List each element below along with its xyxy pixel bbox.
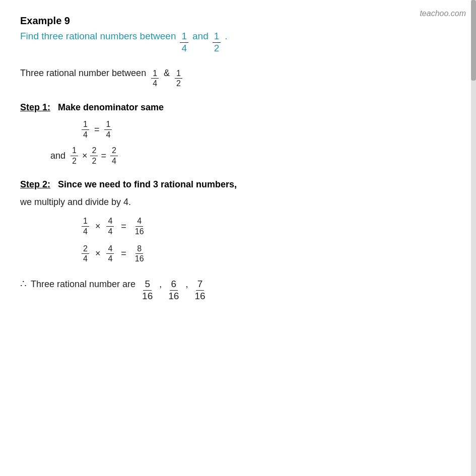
- step1-eq1-rhs-den: 4: [104, 130, 112, 140]
- therefore-symbol: ∴: [20, 278, 27, 290]
- question-frac2-num: 1: [213, 31, 221, 43]
- conclusion-line: ∴ Three rational number are 5 16 , 6 16 …: [20, 278, 456, 302]
- step2-eq1-times-den: 4: [106, 227, 114, 236]
- step1-section: Step 1: Make denominator same 1 4 = 1 4 …: [20, 102, 456, 165]
- step1-eq2-rhs: 2 4: [110, 146, 118, 165]
- intro-text: Three rational number between: [20, 68, 146, 79]
- step2-section: Step 2: Since we need to find 3 rational…: [20, 179, 456, 263]
- conclusion-frac1-den: 16: [141, 291, 154, 302]
- page-container: teachoo.com Example 9 Find three rationa…: [0, 0, 476, 476]
- intro-frac2-num: 1: [175, 69, 182, 79]
- step1-eq1-equals: =: [94, 124, 100, 135]
- step2-eq1: 1 4 × 4 4 = 4 16: [81, 217, 456, 236]
- step1-eq1-lhs-den: 4: [82, 130, 89, 140]
- scrollbar[interactable]: [471, 0, 476, 476]
- step2-eq1-times: ×: [95, 221, 101, 232]
- intro-frac2: 1 2: [175, 69, 182, 88]
- step1-times: ×: [82, 151, 88, 161]
- intro-frac2-den: 2: [175, 79, 182, 88]
- step2-description2: we multiply and divide by 4.: [20, 197, 456, 208]
- question-frac1-den: 4: [180, 43, 188, 54]
- step1-description: Make denominator same: [58, 102, 164, 112]
- conclusion-text: Three rational number are: [31, 279, 135, 290]
- step2-eq2-rhs: 8 16: [133, 244, 146, 263]
- step2-eq1-lhs-num: 1: [82, 217, 89, 227]
- step2-eq2-equals: =: [121, 248, 126, 259]
- question-frac2-den: 2: [213, 43, 221, 54]
- example-title: Example 9: [20, 15, 456, 27]
- step1-eq2-times-frac: 2 2: [90, 146, 98, 165]
- step2-eq2-times-num: 4: [106, 244, 114, 254]
- conclusion-frac2-den: 16: [167, 291, 180, 302]
- intro-frac1: 1 4: [151, 69, 159, 88]
- step2-eq2-times-frac: 4 4: [106, 244, 114, 263]
- scrollbar-thumb[interactable]: [471, 0, 476, 81]
- step2-eq1-rhs-den: 16: [133, 227, 146, 236]
- intro-line: Three rational number between 1 4 & 1 2: [20, 68, 456, 88]
- conclusion-frac1: 5 16: [141, 279, 154, 302]
- step1-eq2-lhs-den: 2: [71, 156, 78, 166]
- step1-eq1-rhs: 1 4: [104, 120, 112, 139]
- question-frac2: 1 2: [213, 31, 221, 54]
- step1-eq2-times-num: 2: [90, 146, 98, 156]
- conclusion-frac1-num: 5: [143, 279, 152, 291]
- step2-eq1-lhs: 1 4: [82, 217, 89, 236]
- conclusion-frac3: 7 16: [193, 279, 207, 302]
- step1-eq1-rhs-num: 1: [104, 120, 112, 130]
- step1-eq1-lhs-num: 1: [82, 120, 89, 130]
- step2-eq2-times-den: 4: [106, 254, 114, 263]
- step1-and-label: and: [50, 151, 65, 161]
- step2-eq2-lhs-num: 2: [82, 244, 89, 254]
- question-and: and: [192, 31, 209, 42]
- step2-description1: Since we need to find 3 rational numbers…: [58, 179, 237, 189]
- step2-label: Step 2:: [20, 179, 50, 189]
- step2-header: Step 2: Since we need to find 3 rational…: [20, 179, 456, 190]
- step2-eq1-lhs-den: 4: [82, 227, 89, 236]
- step1-eq2-lhs-num: 1: [71, 146, 78, 156]
- step1-eq2-equals: =: [101, 151, 106, 161]
- step2-eq2-lhs: 2 4: [82, 244, 89, 263]
- step1-eq1: 1 4 = 1 4: [81, 120, 456, 139]
- step2-eq2-rhs-den: 16: [133, 254, 146, 263]
- step1-eq2-rhs-num: 2: [110, 146, 118, 156]
- step2-eq2-times: ×: [95, 248, 101, 259]
- intro-frac1-den: 4: [151, 79, 159, 88]
- conclusion-frac2: 6 16: [167, 279, 180, 302]
- conclusion-comma2: ,: [185, 279, 188, 290]
- step2-eq1-rhs: 4 16: [133, 217, 146, 236]
- question-text: Find three rational numbers between: [20, 31, 176, 42]
- step2-eq1-times-frac: 4 4: [106, 217, 114, 236]
- brand-label: teachoo.com: [420, 9, 466, 18]
- intro-ampersand: &: [164, 68, 170, 79]
- step1-eq2-lhs: 1 2: [71, 146, 78, 165]
- step1-eq2-row: and 1 2 × 2 2 = 2 4: [20, 146, 456, 165]
- step1-eq2-rhs-den: 4: [110, 156, 118, 166]
- step2-eq2-rhs-num: 8: [135, 244, 143, 254]
- conclusion-frac3-den: 16: [193, 291, 207, 302]
- step1-eq1-lhs: 1 4: [82, 120, 89, 139]
- question-line: Find three rational numbers between 1 4 …: [20, 31, 456, 54]
- intro-frac1-num: 1: [151, 69, 159, 79]
- step2-eq1-equals: =: [121, 221, 126, 232]
- step2-eq1-times-num: 4: [106, 217, 114, 227]
- question-period: .: [225, 31, 227, 42]
- question-frac1-num: 1: [180, 31, 188, 43]
- step1-header: Step 1: Make denominator same: [20, 102, 456, 113]
- question-frac1: 1 4: [180, 31, 188, 54]
- step2-eq1-rhs-num: 4: [135, 217, 143, 227]
- step1-label: Step 1:: [20, 102, 50, 112]
- conclusion-frac2-num: 6: [170, 279, 178, 291]
- step1-eq2-times-den: 2: [90, 156, 98, 166]
- conclusion-frac3-num: 7: [196, 279, 205, 291]
- step2-eq2-lhs-den: 4: [82, 254, 89, 263]
- conclusion-comma1: ,: [159, 279, 162, 290]
- step2-eq2: 2 4 × 4 4 = 8 16: [81, 244, 456, 263]
